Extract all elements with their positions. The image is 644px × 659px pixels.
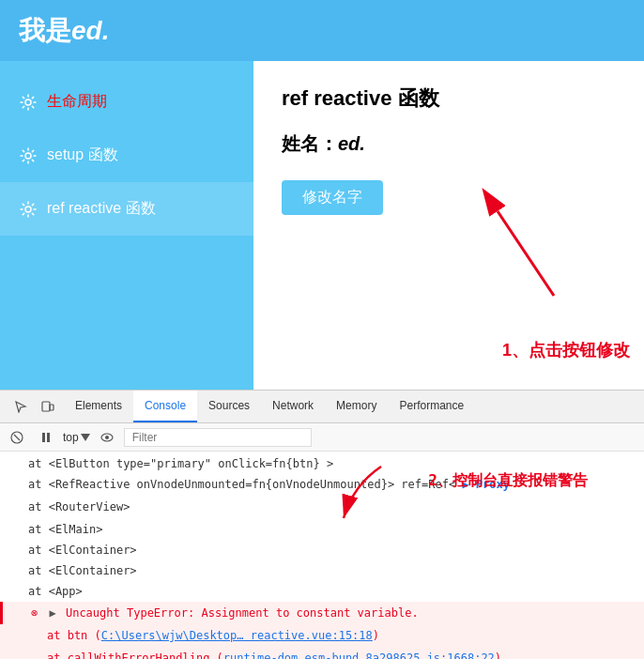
sidebar-item-lifecycle[interactable]: 生命周期 [0,75,253,129]
svg-marker-7 [81,434,90,441]
devtools-tabs: Elements Console Sources Network Memory … [0,391,644,423]
annotation2-area: at <RouterView> 2、控制台直接报错警告 [0,495,644,519]
svg-rect-1 [42,402,50,411]
sidebar-item-setup[interactable]: setup 函数 [0,129,253,182]
content-name: 姓名：ed. [282,131,616,157]
eye-button[interactable] [95,430,119,445]
pause-button[interactable] [34,429,58,446]
sidebar: 生命周期 setup 函数 ref reactive 函数 [0,61,253,390]
gear-icon-lifecycle [19,93,38,112]
console-error-line3: at callWithErrorHandling (runtime-dom.es… [0,647,644,659]
expand-arrow[interactable]: ▶ [49,605,55,621]
devtools-toolbar: top [0,423,644,452]
clear-console-button[interactable] [5,429,29,446]
annotation2-text: 2、控制台直接报错警告 [428,471,588,491]
error-link-1[interactable]: C:\Users\wjw\Desktop… reactive.vue:15:18 [101,629,373,642]
gear-icon-setup [19,146,38,165]
app-main: 生命周期 setup 函数 ref reactive 函数 ref reacti… [0,61,644,390]
sidebar-item-lifecycle-label: 生命周期 [47,92,107,112]
svg-rect-6 [47,433,50,442]
app-title: 我是ed. [19,13,109,49]
name-label: 姓名： [282,133,338,154]
arrow-annotation-2 [315,457,409,532]
device-icon[interactable] [37,395,59,418]
tab-memory[interactable]: Memory [325,391,388,422]
devtools-tab-icons [5,395,64,418]
svg-rect-2 [50,405,54,410]
devtools-panel: Elements Console Sources Network Memory … [0,390,644,659]
svg-point-9 [105,436,109,439]
console-line-7: at <App> [0,581,644,602]
console-output: at <ElButton type="primary" onClick=fn{b… [0,452,644,659]
name-value: ed. [338,133,365,154]
sidebar-item-ref-reactive-label: ref reactive 函数 [47,199,156,219]
tab-elements[interactable]: Elements [64,391,133,422]
console-line-5: at <ElContainer> [0,540,644,560]
error-icon: ⊗ [31,605,38,621]
console-line-6: at <ElContainer> [0,560,644,581]
sidebar-item-ref-reactive[interactable]: ref reactive 函数 [0,182,253,236]
tab-sources[interactable]: Sources [197,391,261,422]
tab-performance[interactable]: Performance [388,391,475,422]
svg-rect-5 [42,433,45,442]
tab-network[interactable]: Network [261,391,325,422]
cursor-icon[interactable] [9,395,32,418]
content-title: ref reactive 函数 [282,84,616,113]
error-link-2[interactable]: runtime-dom.esm-bund…8a298625.js:1668:22 [223,651,495,659]
arrow-annotation-1 [441,183,591,314]
modify-name-button[interactable]: 修改名字 [282,180,383,215]
annotation1-text: 1、点击按钮修改 [502,339,630,361]
gear-icon-ref-reactive [19,200,38,219]
content-area: ref reactive 函数 姓名：ed. 修改名字 1、点击按钮修改 [253,61,644,390]
context-selector[interactable]: top [63,431,90,444]
app-header: 我是ed. [0,0,644,61]
console-error-block: ⊗ ▶ Uncaught TypeError: Assignment to co… [0,602,644,624]
tab-console[interactable]: Console [133,391,197,422]
svg-line-4 [14,435,20,440]
sidebar-item-setup-label: setup 函数 [47,146,118,165]
filter-input[interactable] [124,428,312,447]
console-error-line2: at btn (C:\Users\wjw\Desktop… reactive.v… [0,624,644,647]
